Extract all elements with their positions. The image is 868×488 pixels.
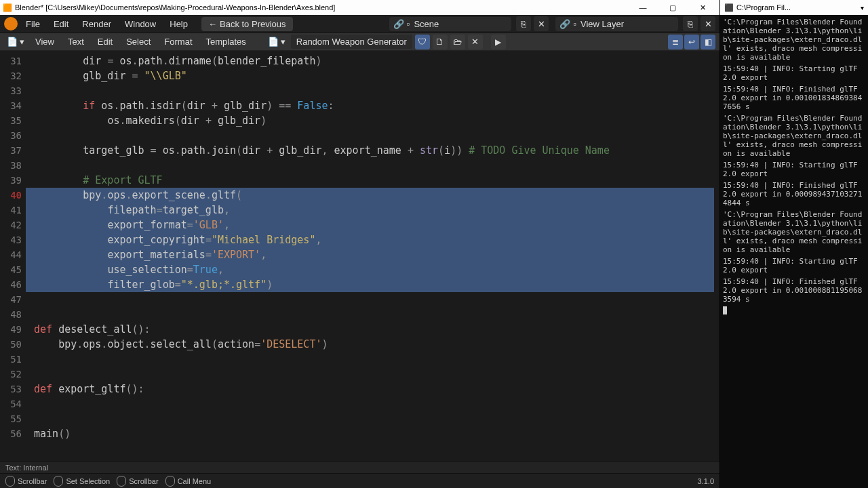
cmd-icon: ⬛	[724, 3, 734, 12]
window-close-button[interactable]: ✕	[688, 1, 717, 14]
run-script-button[interactable]: ▶	[491, 35, 506, 49]
unlink-text-button[interactable]: ✕	[468, 35, 483, 49]
top-menubar: File Edit Render Window Help ← Back to P…	[0, 15, 719, 33]
status-hint-scrollbar-1: Scrollbar	[5, 476, 47, 487]
window-titlebar: 🟧 Blender* [C:\Users\Mikey\Documents\rep…	[0, 0, 719, 15]
menu-edit[interactable]: Edit	[48, 17, 74, 31]
code-scrollbar[interactable]	[714, 51, 719, 461]
te-menu-format[interactable]: Format	[159, 35, 197, 49]
line-number-gutter: 3132333435363738394041424344454647484950…	[0, 51, 26, 461]
scene-selector[interactable]: 🔗 ▫	[389, 17, 512, 31]
script-name-field[interactable]: Random Weapon Generator	[291, 35, 412, 49]
back-arrow-icon: ←	[208, 19, 217, 29]
blender-version-label: 3.1.0	[698, 477, 714, 485]
delete-viewlayer-button[interactable]: ✕	[701, 16, 715, 31]
console-output[interactable]: 'C:\Program Files\Blender Foundation\Ble…	[720, 15, 868, 488]
mouse-icon	[117, 476, 126, 487]
editor-type-selector[interactable]: 📄▾	[4, 35, 27, 48]
open-text-button[interactable]: 🗁	[450, 35, 465, 49]
new-text-button[interactable]: 🗋	[433, 35, 448, 49]
toggle-syntax-highlight[interactable]: ◧	[701, 35, 715, 49]
viewlayer-selector[interactable]: 🔗 ▫	[555, 17, 678, 31]
text-datablock-browse[interactable]: 📄▾	[265, 35, 288, 48]
menu-render[interactable]: Render	[77, 17, 117, 31]
text-internal-label: Text: Internal	[5, 464, 48, 472]
mouse-icon	[5, 476, 15, 487]
delete-scene-button[interactable]: ✕	[534, 16, 549, 31]
blender-logo-icon	[4, 17, 18, 30]
new-viewlayer-button[interactable]: ⎘	[683, 16, 698, 31]
toggle-word-wrap[interactable]: ↩	[684, 35, 699, 49]
te-menu-templates[interactable]: Templates	[201, 35, 252, 49]
viewlayer-name-input[interactable]	[579, 18, 674, 30]
window-title: Blender* [C:\Users\Mikey\Documents\repos…	[15, 3, 335, 12]
menu-window[interactable]: Window	[119, 17, 161, 31]
text-editor-footer: Text: Internal	[0, 461, 719, 473]
status-hint-callmenu: Call Menu	[165, 476, 212, 487]
te-menu-select[interactable]: Select	[121, 35, 156, 49]
mouse-icon	[165, 476, 175, 487]
blender-app-icon: 🟧	[3, 3, 12, 12]
status-hint-setselection: Set Selection	[54, 476, 110, 487]
status-hint-scrollbar-2: Scrollbar	[117, 476, 158, 487]
mouse-icon	[54, 476, 63, 487]
layer-link-icon: 🔗	[559, 19, 570, 29]
console-title: C:\Program Fil...	[736, 3, 791, 12]
layer-icon: ▫	[573, 19, 576, 29]
menu-help[interactable]: Help	[164, 17, 193, 31]
te-menu-view[interactable]: View	[30, 35, 60, 49]
text-datablock-icon: 📄	[268, 37, 279, 47]
menu-file[interactable]: File	[20, 17, 45, 31]
code-body[interactable]: dir = os.path.dirname(blender_filepath) …	[26, 51, 719, 461]
back-to-previous-label: Back to Previous	[220, 19, 286, 29]
scene-name-input[interactable]	[412, 18, 507, 30]
te-menu-text[interactable]: Text	[62, 35, 90, 49]
window-maximize-button[interactable]: ▢	[658, 1, 687, 14]
status-bar: Scrollbar Set Selection Scrollbar Call M…	[0, 473, 719, 488]
toggle-line-numbers[interactable]: ≣	[668, 35, 683, 49]
text-editor-icon: 📄	[7, 37, 18, 47]
scene-link-icon: 🔗	[393, 19, 404, 29]
console-titlebar: ⬛ C:\Program Fil... ▾	[720, 0, 868, 15]
scene-icon: ▫	[407, 19, 410, 29]
code-editor[interactable]: 3132333435363738394041424344454647484950…	[0, 51, 719, 461]
te-menu-edit[interactable]: Edit	[92, 35, 118, 49]
back-to-previous-button[interactable]: ← Back to Previous	[201, 17, 293, 31]
register-shield-button[interactable]: 🛡	[415, 35, 430, 49]
new-scene-button[interactable]: ⎘	[516, 16, 531, 31]
text-editor-header: 📄▾ View Text Edit Select Format Template…	[0, 33, 719, 51]
console-chevron-down-icon[interactable]: ▾	[861, 4, 864, 12]
window-minimize-button[interactable]: —	[629, 1, 657, 14]
